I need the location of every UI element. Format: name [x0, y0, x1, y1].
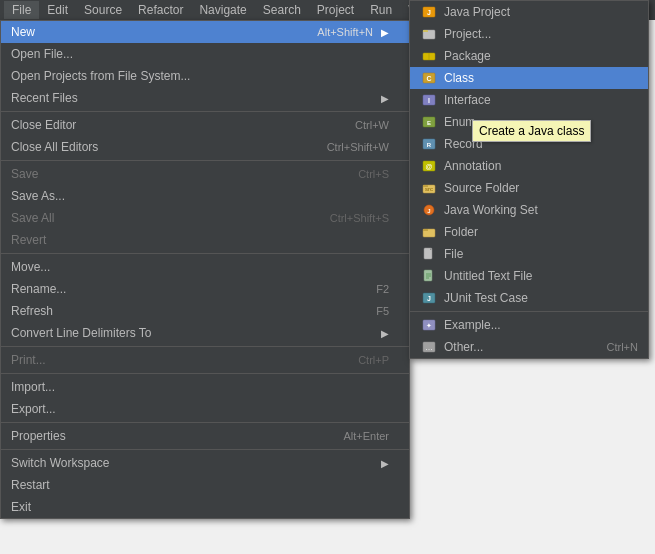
- class-tooltip: Create a Java class: [472, 120, 591, 142]
- separator-7: [1, 449, 409, 450]
- submenu-item-interface-label: Interface: [444, 93, 638, 107]
- menubar-item-source[interactable]: Source: [76, 1, 130, 19]
- menu-item-save-all-shortcut: Ctrl+Shift+S: [330, 212, 389, 224]
- separator-6: [1, 422, 409, 423]
- menu-item-open-projects-label: Open Projects from File System...: [11, 69, 389, 83]
- switch-workspace-arrow-icon: ▶: [381, 458, 389, 469]
- menu-item-properties[interactable]: Properties Alt+Enter: [1, 425, 409, 447]
- menu-item-properties-shortcut: Alt+Enter: [343, 430, 389, 442]
- junit-icon: J: [420, 290, 438, 306]
- menu-item-export[interactable]: Export...: [1, 398, 409, 420]
- menu-item-recent-files[interactable]: Recent Files ▶: [1, 87, 409, 109]
- menu-item-restart[interactable]: Restart: [1, 474, 409, 496]
- menu-item-open-projects[interactable]: Open Projects from File System...: [1, 65, 409, 87]
- submenu-item-java-working-set-label: Java Working Set: [444, 203, 638, 217]
- svg-text:E: E: [427, 120, 431, 126]
- submenu-item-junit-test-case[interactable]: J JUnit Test Case: [410, 287, 648, 309]
- menu-item-import[interactable]: Import...: [1, 376, 409, 398]
- submenu-item-folder[interactable]: Folder: [410, 221, 648, 243]
- submenu-item-other-shortcut: Ctrl+N: [607, 341, 638, 353]
- submenu-item-java-project-label: Java Project: [444, 5, 638, 19]
- submenu-item-other[interactable]: … Other... Ctrl+N: [410, 336, 648, 358]
- menu-item-recent-files-label: Recent Files: [11, 91, 373, 105]
- menubar-item-refactor[interactable]: Refactor: [130, 1, 191, 19]
- menu-item-open-file[interactable]: Open File...: [1, 43, 409, 65]
- submenu-separator-1: [410, 311, 648, 312]
- submenu-item-project[interactable]: Project...: [410, 23, 648, 45]
- menu-item-move-label: Move...: [11, 260, 389, 274]
- menu-item-save[interactable]: Save Ctrl+S: [1, 163, 409, 185]
- submenu-item-file[interactable]: File: [410, 243, 648, 265]
- svg-rect-22: [423, 229, 428, 231]
- submenu-item-folder-label: Folder: [444, 225, 638, 239]
- menu-item-exit-label: Exit: [11, 500, 389, 514]
- menu-item-new[interactable]: New Alt+Shift+N ▶: [1, 21, 409, 43]
- menu-item-refresh[interactable]: Refresh F5: [1, 300, 409, 322]
- menu-item-close-all-editors-label: Close All Editors: [11, 140, 307, 154]
- menu-item-convert-line[interactable]: Convert Line Delimiters To ▶: [1, 322, 409, 344]
- menu-item-convert-line-label: Convert Line Delimiters To: [11, 326, 373, 340]
- java-project-icon: J: [420, 4, 438, 20]
- submenu-item-untitled-text-file[interactable]: Untitled Text File: [410, 265, 648, 287]
- submenu-item-package[interactable]: Package: [410, 45, 648, 67]
- menubar-item-file[interactable]: File: [4, 1, 39, 19]
- submenu-item-source-folder[interactable]: src Source Folder: [410, 177, 648, 199]
- menu-item-exit[interactable]: Exit: [1, 496, 409, 518]
- menu-item-save-all-label: Save All: [11, 211, 310, 225]
- menu-item-close-editor-label: Close Editor: [11, 118, 335, 132]
- submenu-item-file-label: File: [444, 247, 638, 261]
- folder-icon: [420, 224, 438, 240]
- submenu-item-example-label: Example...: [444, 318, 638, 332]
- submenu-item-java-project[interactable]: J Java Project: [410, 1, 648, 23]
- menu-item-print-label: Print...: [11, 353, 338, 367]
- menubar-item-search[interactable]: Search: [255, 1, 309, 19]
- separator-5: [1, 373, 409, 374]
- submenu-item-example[interactable]: ✦ Example...: [410, 314, 648, 336]
- menubar-item-edit[interactable]: Edit: [39, 1, 76, 19]
- menu-item-rename-label: Rename...: [11, 282, 356, 296]
- new-arrow-icon: ▶: [381, 27, 389, 38]
- tooltip-text: Create a Java class: [479, 124, 584, 138]
- submenu-item-annotation[interactable]: @ Annotation: [410, 155, 648, 177]
- menu-item-revert[interactable]: Revert: [1, 229, 409, 251]
- menu-item-switch-workspace-label: Switch Workspace: [11, 456, 373, 470]
- recent-files-arrow-icon: ▶: [381, 93, 389, 104]
- menu-item-save-label: Save: [11, 167, 338, 181]
- interface-icon: I: [420, 92, 438, 108]
- menubar-item-run[interactable]: Run: [362, 1, 400, 19]
- menu-item-save-as-label: Save As...: [11, 189, 389, 203]
- submenu-item-class-label: Class: [444, 71, 638, 85]
- submenu-item-package-label: Package: [444, 49, 638, 63]
- menu-item-close-editor[interactable]: Close Editor Ctrl+W: [1, 114, 409, 136]
- menu-item-refresh-shortcut: F5: [376, 305, 389, 317]
- submenu-item-class[interactable]: C Class: [410, 67, 648, 89]
- example-icon: ✦: [420, 317, 438, 333]
- menubar-item-project[interactable]: Project: [309, 1, 362, 19]
- submenu-item-junit-test-case-label: JUnit Test Case: [444, 291, 638, 305]
- menu-item-print-shortcut: Ctrl+P: [358, 354, 389, 366]
- menu-item-export-label: Export...: [11, 402, 389, 416]
- menu-item-new-shortcut: Alt+Shift+N: [317, 26, 373, 38]
- annotation-icon: @: [420, 158, 438, 174]
- menu-item-save-all[interactable]: Save All Ctrl+Shift+S: [1, 207, 409, 229]
- file-dropdown-menu: New Alt+Shift+N ▶ Open File... Open Proj…: [0, 20, 410, 519]
- menu-item-move[interactable]: Move...: [1, 256, 409, 278]
- svg-text:C: C: [426, 75, 431, 82]
- menubar-item-navigate[interactable]: Navigate: [191, 1, 254, 19]
- svg-text:✦: ✦: [426, 322, 432, 329]
- separator-2: [1, 160, 409, 161]
- menu-item-close-all-editors-shortcut: Ctrl+Shift+W: [327, 141, 389, 153]
- menu-item-close-editor-shortcut: Ctrl+W: [355, 119, 389, 131]
- submenu-item-interface[interactable]: I Interface: [410, 89, 648, 111]
- menu-item-refresh-label: Refresh: [11, 304, 356, 318]
- menu-item-close-all-editors[interactable]: Close All Editors Ctrl+Shift+W: [1, 136, 409, 158]
- svg-text:src: src: [425, 186, 433, 192]
- submenu-item-java-working-set[interactable]: J Java Working Set: [410, 199, 648, 221]
- menu-item-switch-workspace[interactable]: Switch Workspace ▶: [1, 452, 409, 474]
- svg-text:J: J: [427, 9, 431, 16]
- menu-item-rename[interactable]: Rename... F2: [1, 278, 409, 300]
- svg-text:R: R: [427, 142, 432, 148]
- menu-item-save-as[interactable]: Save As...: [1, 185, 409, 207]
- menu-item-properties-label: Properties: [11, 429, 323, 443]
- menu-item-print[interactable]: Print... Ctrl+P: [1, 349, 409, 371]
